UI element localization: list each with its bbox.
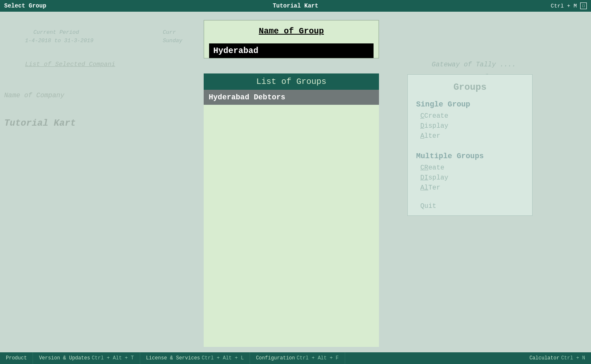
create-multiple-group[interactable]: CReate [408, 163, 532, 173]
current-date-value: Sunday [163, 38, 182, 44]
version-updates-button[interactable]: Version & Updates Ctrl + Alt + T [33, 352, 140, 364]
gateway-text: Gateway of Tally .... [432, 61, 516, 68]
product-button[interactable]: Product [0, 352, 33, 364]
groups-panel: Groups Single Group CCreate Display Alte… [407, 74, 533, 216]
top-bar-right: Ctrl + M □ [551, 3, 587, 9]
window-close-button[interactable]: □ [580, 3, 587, 9]
selected-companies-label: List of Selected Compani [25, 61, 115, 68]
current-period-label: Current Period [33, 29, 79, 35]
groups-panel-title: Groups [408, 79, 532, 98]
app-title: Tutorial Kart [273, 3, 318, 9]
name-of-company-label: Name of Company [4, 92, 64, 99]
current-date-label: Curr [163, 29, 176, 35]
select-group-label: Select Group [4, 3, 46, 9]
single-group-label: Single Group [408, 98, 532, 111]
create-single-group[interactable]: CCreate [408, 111, 532, 121]
main-area: Current Period 1-4-2018 to 31-3-2019 Cur… [0, 12, 591, 352]
calculator-button[interactable]: Calculator Ctrl + N [523, 352, 591, 364]
display-multiple-group[interactable]: DIsplay [408, 173, 532, 183]
list-dropdown-header: List of Groups [204, 73, 379, 90]
list-empty-space [204, 105, 379, 347]
configuration-button[interactable]: Configuration Ctrl + Alt + F [250, 352, 345, 364]
current-period-value: 1-4-2018 to 31-3-2019 [25, 38, 93, 44]
company-name-bg: Tutorial Kart [4, 118, 76, 129]
quit-menu-item[interactable]: Quit [408, 201, 532, 211]
ctrl-m-shortcut: Ctrl + M [551, 3, 577, 9]
license-services-button[interactable]: License & Services Ctrl + Alt + L [140, 352, 250, 364]
popup-title: Name of Group [204, 20, 379, 40]
top-bar: Select Group Tutorial Kart Ctrl + M □ [0, 0, 591, 12]
alter-multiple-group[interactable]: AlTer [408, 183, 532, 193]
hyderabad-debtors-item[interactable]: Hyderabad Debtors [204, 90, 379, 105]
name-of-group-popup: Name of Group Hyderabad [204, 20, 379, 58]
list-of-groups-dropdown: List of Groups Hyderabad Debtors [204, 73, 379, 347]
group-name-input[interactable]: Hyderabad [209, 43, 374, 58]
bottom-bar: Product Version & Updates Ctrl + Alt + T… [0, 352, 591, 364]
display-single-group[interactable]: Display [408, 121, 532, 131]
alter-single-group[interactable]: Alter [408, 131, 532, 141]
multiple-groups-label: Multiple Groups [408, 149, 532, 163]
list-dropdown-body: Hyderabad Debtors [204, 90, 379, 347]
